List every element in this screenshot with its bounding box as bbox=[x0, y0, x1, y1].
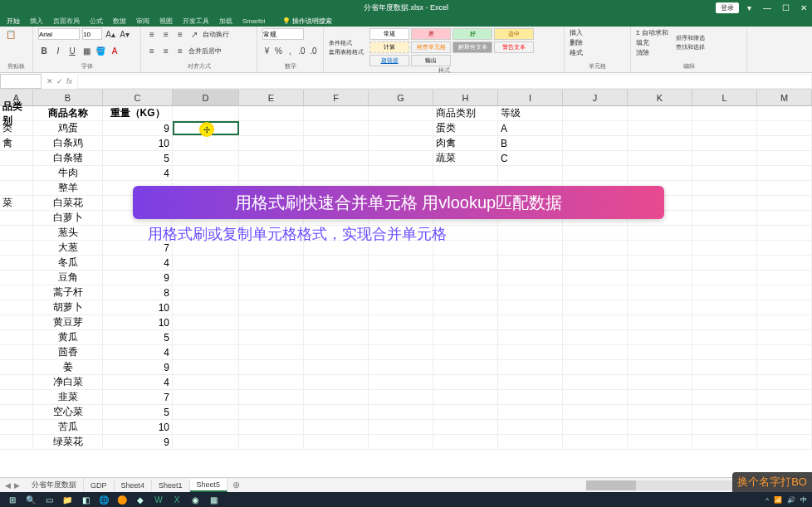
cell[interactable] bbox=[563, 405, 628, 419]
style-check[interactable]: 检查单元格 bbox=[411, 41, 451, 53]
new-sheet-button[interactable]: ⊕ bbox=[227, 480, 245, 490]
cell[interactable] bbox=[692, 315, 757, 329]
cell[interactable] bbox=[692, 241, 757, 255]
cell[interactable]: 净白菜 bbox=[33, 375, 103, 389]
align-bot-icon[interactable]: ≡ bbox=[174, 28, 186, 40]
cell[interactable] bbox=[239, 390, 304, 404]
cell[interactable] bbox=[369, 256, 433, 270]
tab-addins[interactable]: 加载 bbox=[219, 17, 232, 26]
tell-me[interactable]: 💡 操作说明搜索 bbox=[282, 17, 332, 26]
cell[interactable] bbox=[304, 360, 369, 374]
cell[interactable] bbox=[563, 345, 628, 359]
cell[interactable]: 商品名称 bbox=[33, 106, 103, 120]
align-right-icon[interactable]: ≡ bbox=[174, 46, 186, 57]
cell[interactable] bbox=[498, 285, 563, 300]
cell[interactable]: 4 bbox=[103, 345, 173, 359]
style-output[interactable]: 输出 bbox=[411, 55, 451, 66]
cell[interactable]: ✢ bbox=[173, 121, 239, 135]
style-normal[interactable]: 常规 bbox=[369, 28, 409, 40]
cell[interactable] bbox=[0, 315, 33, 329]
cell[interactable]: 9 bbox=[103, 360, 173, 374]
cell[interactable] bbox=[304, 271, 369, 285]
ribbon-options-icon[interactable]: ▾ bbox=[741, 2, 757, 13]
cell[interactable] bbox=[628, 151, 692, 165]
cell[interactable] bbox=[239, 271, 304, 285]
cell[interactable] bbox=[0, 435, 33, 449]
cell[interactable]: 白条鸡 bbox=[33, 136, 103, 150]
cell[interactable] bbox=[563, 166, 628, 180]
cell[interactable] bbox=[757, 375, 812, 389]
align-mid-icon[interactable]: ≡ bbox=[160, 28, 172, 40]
cell[interactable] bbox=[239, 405, 304, 419]
table-row[interactable]: 品类别商品名称重量（KG）商品类别等级 bbox=[0, 106, 812, 121]
cell[interactable] bbox=[757, 196, 812, 210]
cell[interactable] bbox=[757, 226, 812, 240]
app2-icon[interactable]: ◆ bbox=[133, 494, 148, 505]
cell[interactable] bbox=[757, 435, 812, 449]
cell[interactable] bbox=[239, 106, 304, 120]
cell[interactable] bbox=[173, 151, 239, 165]
cell[interactable]: 冬瓜 bbox=[33, 256, 103, 270]
cell[interactable] bbox=[433, 300, 498, 314]
table-row[interactable]: 豆角9 bbox=[0, 271, 812, 285]
cell[interactable] bbox=[239, 166, 304, 180]
table-row[interactable]: 韭菜7 bbox=[0, 390, 812, 405]
cell[interactable] bbox=[304, 121, 369, 135]
cell[interactable]: 菜 bbox=[0, 196, 33, 210]
cell[interactable] bbox=[757, 360, 812, 374]
cell[interactable] bbox=[0, 420, 33, 434]
cell[interactable] bbox=[498, 300, 563, 314]
sheet-tab-0[interactable]: 分省年度数据 bbox=[25, 478, 84, 492]
cell[interactable] bbox=[563, 226, 628, 240]
cell[interactable] bbox=[628, 315, 692, 329]
comma-icon[interactable]: , bbox=[286, 46, 295, 57]
cell[interactable] bbox=[433, 405, 498, 419]
cell[interactable] bbox=[498, 345, 563, 359]
table-row[interactable]: 空心菜5 bbox=[0, 405, 812, 420]
cell[interactable]: 豆角 bbox=[33, 271, 103, 285]
cell[interactable] bbox=[628, 420, 692, 434]
cell[interactable] bbox=[692, 196, 757, 210]
cell[interactable] bbox=[628, 405, 692, 419]
cell[interactable] bbox=[0, 300, 33, 314]
decrease-font-icon[interactable]: A▾ bbox=[119, 28, 130, 40]
cell[interactable]: 10 bbox=[103, 420, 173, 434]
col-header-j[interactable]: J bbox=[563, 90, 628, 105]
style-warn[interactable]: 警告文本 bbox=[494, 41, 534, 53]
cell[interactable] bbox=[173, 136, 239, 150]
cell[interactable]: 5 bbox=[103, 151, 173, 165]
sheet-tab-1[interactable]: GDP bbox=[84, 480, 115, 491]
cell[interactable] bbox=[757, 241, 812, 255]
cell[interactable]: 空心菜 bbox=[33, 405, 103, 419]
cell[interactable] bbox=[0, 226, 33, 240]
dec-decimal-icon[interactable]: .0 bbox=[309, 46, 318, 57]
cell[interactable] bbox=[0, 241, 33, 255]
cell[interactable] bbox=[304, 375, 369, 389]
cell[interactable] bbox=[757, 330, 812, 344]
cell[interactable] bbox=[757, 405, 812, 419]
scrollbar-thumb[interactable] bbox=[586, 480, 636, 490]
cell[interactable]: 7 bbox=[103, 390, 173, 404]
cell[interactable] bbox=[433, 256, 498, 270]
cell[interactable]: 葱头 bbox=[33, 226, 103, 240]
cell[interactable] bbox=[433, 390, 498, 404]
cell[interactable]: 绿菜花 bbox=[33, 435, 103, 449]
cell[interactable] bbox=[563, 390, 628, 404]
style-good[interactable]: 好 bbox=[452, 28, 492, 40]
cell[interactable] bbox=[0, 345, 33, 359]
cell[interactable] bbox=[173, 360, 239, 374]
table-row[interactable]: 胡萝卜10 bbox=[0, 300, 812, 315]
tab-smartbi[interactable]: Smartbi bbox=[242, 17, 266, 25]
cell[interactable] bbox=[369, 121, 433, 135]
app-icon[interactable]: ◧ bbox=[78, 494, 93, 505]
maximize-icon[interactable]: ☐ bbox=[777, 2, 794, 13]
cell[interactable]: 蒿子杆 bbox=[33, 285, 103, 300]
search-icon[interactable]: 🔍 bbox=[23, 494, 38, 505]
col-header-e[interactable]: E bbox=[239, 90, 304, 105]
col-header-h[interactable]: H bbox=[433, 90, 498, 105]
col-header-i[interactable]: I bbox=[498, 90, 563, 105]
table-row[interactable]: 黄瓜5 bbox=[0, 330, 812, 345]
style-calc[interactable]: 计算 bbox=[369, 41, 409, 53]
sheet-tab-3[interactable]: Sheet1 bbox=[152, 480, 190, 491]
cell[interactable] bbox=[369, 151, 433, 165]
